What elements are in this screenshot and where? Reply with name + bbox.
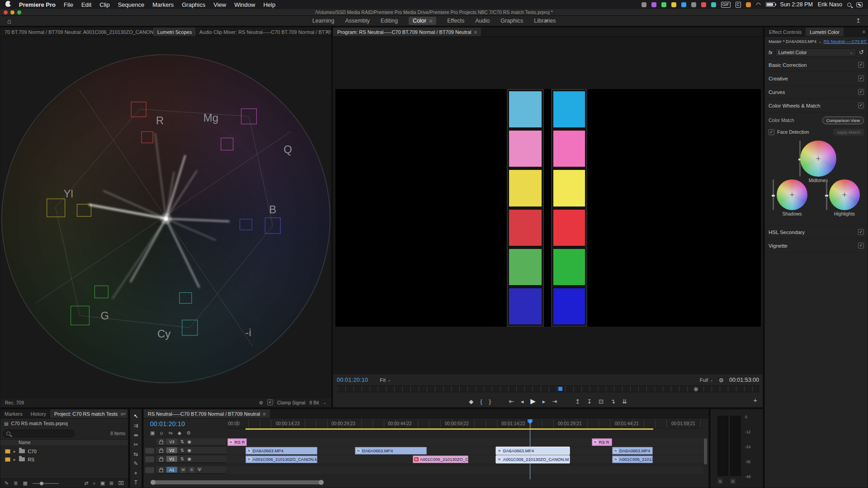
timeline-clip[interactable]: fxA001C006_210130ZO_CANON.MXF [245, 455, 317, 463]
zoom-window-button[interactable] [17, 10, 21, 14]
section-hsl-secondary[interactable]: HSL Secondary ✓ [765, 225, 868, 239]
reset-effect-icon[interactable]: ↺ [859, 49, 864, 56]
section-vignette[interactable]: Vignette ✓ [765, 239, 868, 253]
timeline-clip[interactable]: fxDA6A0663.MP4 [355, 447, 427, 455]
timeline-vertical-scrollbar[interactable] [704, 438, 707, 465]
playback-resolution-select[interactable]: Full⌄ [700, 377, 713, 383]
track-target-a1[interactable]: A1 [166, 467, 177, 473]
home-icon[interactable]: ⌂ [7, 17, 11, 25]
project-file-row[interactable]: ▤ C70 RS match Tests.prproj [4, 421, 68, 426]
timeline-clip[interactable]: fxA001C006_210130ZO_CANON [413, 455, 468, 463]
shadows-color-wheel[interactable] [777, 179, 807, 210]
linked-selection-icon[interactable]: ⇋ [168, 430, 172, 436]
panel-menu-icon[interactable]: ≡ [474, 29, 476, 35]
sort-icons-icon[interactable]: ⇄ [84, 480, 88, 486]
extract-button[interactable]: ↧ [587, 398, 592, 405]
timeline-clip[interactable]: fxRS R [592, 438, 612, 446]
selection-tool-icon[interactable]: ↖ [133, 413, 138, 419]
timeline-clip[interactable]: fxDA6A0663.MP4 [612, 447, 653, 455]
scrubber-handle[interactable] [694, 387, 698, 391]
close-window-button[interactable] [4, 10, 8, 14]
new-item-icon[interactable]: ⊞ [109, 480, 113, 486]
bin-row-rs[interactable]: ▸ RS [0, 455, 128, 463]
program-playhead[interactable] [558, 387, 562, 391]
razor-tool-icon[interactable]: ✂ [133, 441, 138, 448]
track-lock-icon[interactable] [159, 450, 163, 453]
workspace-color[interactable]: Color≡ [409, 17, 436, 25]
tray-app-icon[interactable] [711, 2, 716, 7]
solo-left-button[interactable]: S [717, 479, 723, 484]
c-tray-icon[interactable]: C [736, 2, 741, 8]
highlights-color-wheel[interactable] [829, 179, 860, 210]
tab-markers[interactable]: Markers [0, 409, 27, 418]
track-lane-a1[interactable] [226, 466, 703, 474]
section-basic-correction[interactable]: Basic Correction ✓ [765, 58, 868, 72]
apple-menu[interactable] [5, 1, 11, 8]
nest-toggle-icon[interactable]: ▣ [150, 430, 155, 436]
minimize-window-button[interactable] [10, 10, 14, 14]
timeline-clip-selected[interactable]: fxA001C006_210130ZO_CANON.MXF [496, 455, 570, 463]
program-video-area[interactable] [333, 37, 763, 375]
track-target-v3[interactable]: V3 [166, 439, 177, 445]
workspace-audio[interactable]: Audio [475, 18, 490, 24]
track-lane-v3[interactable]: fxRS R fxRS R [226, 438, 703, 446]
label-color-swatch[interactable] [5, 457, 10, 462]
menu-bar-clock[interactable]: Sun 2:28 PM [780, 1, 813, 8]
mark-in-button[interactable]: { [480, 398, 482, 405]
vectorscope[interactable]: R Mg Q B -i Cy G Yl [0, 37, 331, 397]
spotlight-search-icon[interactable] [847, 3, 851, 7]
track-lane-v1[interactable]: fxA001C006_210130ZO_CANON.MXF fxA001C006… [226, 455, 703, 463]
menu-help[interactable]: Help [263, 1, 275, 8]
track-lane-v2[interactable]: fxDA6A0663.MP4 fxDA6A0663.MP4 fxDA6A0663… [226, 447, 703, 455]
effect-instance-select[interactable]: Lumetri Color ⌄ [775, 48, 857, 56]
hsl-secondary-checkbox[interactable]: ✓ [858, 229, 864, 235]
track-target-v2[interactable]: V2 [166, 447, 177, 453]
creative-checkbox[interactable]: ✓ [858, 75, 864, 81]
tab-audio-clip-mixer[interactable]: Audio Clip Mixer: RS Neutral-----C70 BT.… [195, 28, 331, 36]
tray-app-icon[interactable] [746, 2, 751, 7]
export-frame-button[interactable]: ⊡ [599, 398, 604, 405]
shadows-luma-slider[interactable] [773, 179, 774, 210]
add-marker-button[interactable]: ◆ [469, 398, 473, 405]
project-writable-icon[interactable]: ✎ [5, 480, 9, 486]
program-scrubber[interactable] [337, 385, 759, 392]
panel-menu-icon[interactable]: ≡ [863, 29, 865, 34]
tab-overflow-icon[interactable]: » [326, 29, 329, 34]
source-patch-v2[interactable] [145, 448, 154, 454]
tab-lumetri-scopes[interactable]: Lumetri Scopes≡ [153, 28, 195, 36]
control-center-icon[interactable] [856, 2, 863, 7]
tab-history[interactable]: History [27, 409, 50, 418]
track-lock-icon[interactable] [159, 441, 163, 444]
type-tool-icon[interactable]: T [134, 479, 137, 486]
disclosure-triangle-icon[interactable]: ▸ [14, 457, 16, 462]
menu-file[interactable]: File [64, 1, 73, 8]
tab-source-monitor[interactable]: 70 BT.709 Normal / BT709 Neutral: A001C0… [0, 28, 153, 36]
tab-effect-controls[interactable]: Effect Controls [765, 28, 806, 36]
vignette-checkbox[interactable]: ✓ [858, 243, 864, 249]
track-target-v1[interactable]: V1 [166, 456, 177, 462]
track-output-eye-icon[interactable]: ◉ [187, 456, 191, 461]
add-marker-icon[interactable]: ◆ [178, 430, 181, 436]
ripple-edit-tool-icon[interactable]: ⇹ [133, 432, 138, 438]
menu-edit[interactable]: Edit [81, 1, 91, 8]
timeline-current-timecode[interactable]: 00:01:20:10 [150, 420, 185, 427]
track-output-eye-icon[interactable]: ◉ [187, 439, 191, 444]
color-wheels-checkbox[interactable]: ✓ [858, 103, 864, 108]
tray-app-icon[interactable] [701, 2, 706, 7]
track-select-forward-tool-icon[interactable]: ⇉ [133, 422, 138, 429]
tab-project[interactable]: Project: C70 RS match Tests≡ [50, 409, 127, 418]
track-output-eye-icon[interactable]: ◉ [187, 448, 191, 453]
scopes-settings-icon[interactable]: ⚙ [259, 400, 263, 405]
section-curves[interactable]: Curves ✓ [765, 85, 868, 99]
mark-out-button[interactable]: } [489, 398, 491, 405]
thumbnail-zoom-slider[interactable] [33, 483, 59, 484]
comparison-view-button[interactable]: Comparison View [822, 117, 864, 124]
slip-tool-icon[interactable]: ⇆ [133, 451, 138, 457]
master-clip-label[interactable]: Master * DA6A0663.MP4 [769, 39, 816, 44]
workspace-menu-icon[interactable]: ≡ [429, 18, 432, 23]
battery-icon[interactable] [766, 2, 775, 7]
section-creative[interactable]: Creative ✓ [765, 72, 868, 85]
play-button[interactable]: ▶ [530, 397, 536, 405]
timeline-horizontal-scrollbar[interactable] [151, 480, 323, 484]
track-lock-icon[interactable] [159, 458, 163, 461]
